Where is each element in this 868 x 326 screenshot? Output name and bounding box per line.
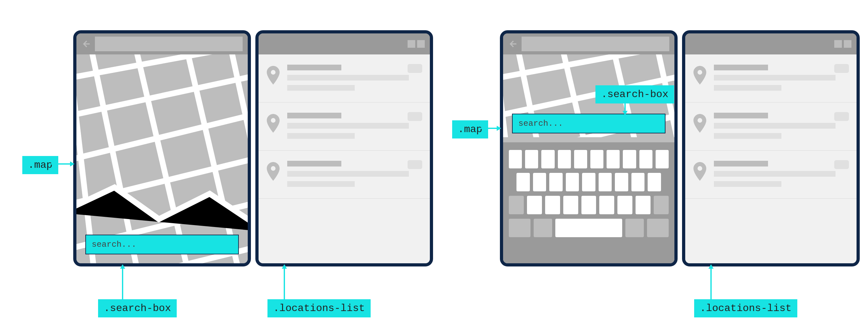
map-pin-icon [693, 162, 707, 181]
list-item-text [714, 64, 849, 91]
search-box-placeholder: search... [92, 240, 136, 249]
list-item[interactable] [685, 151, 857, 199]
locations-list-device [682, 30, 860, 266]
list-item-badge [834, 64, 849, 73]
callout-arrow-up-icon [703, 264, 719, 304]
callout-arrow-up-icon [115, 264, 130, 304]
list-item-badge [834, 112, 849, 121]
status-bar [685, 33, 857, 55]
callout-arrow-up-icon [276, 264, 292, 304]
callout-arrow-right-icon [50, 156, 76, 173]
callout-arrow-right-icon [480, 120, 502, 138]
svg-line-6 [89, 55, 140, 263]
list-item-badge [408, 64, 422, 73]
callout-arrow-down-icon [617, 101, 633, 118]
list-item-text [287, 112, 422, 139]
map-pin-icon [693, 66, 707, 85]
on-screen-keyboard[interactable] [503, 142, 674, 263]
list-item-text [287, 160, 422, 187]
diagram-pair-left: search... [73, 30, 433, 266]
map-device: search... [500, 30, 678, 266]
list-item-badge [408, 112, 422, 121]
svg-line-9 [76, 55, 95, 263]
map-pin-icon [266, 162, 280, 181]
back-arrow-icon[interactable] [508, 39, 517, 48]
map-pin-icon [693, 114, 707, 133]
list-item-text [714, 112, 849, 139]
diagram-pair-right: search... [500, 30, 860, 266]
svg-line-14 [503, 55, 674, 80]
search-box[interactable]: search... [85, 235, 239, 254]
back-arrow-icon[interactable] [82, 39, 90, 48]
list-item-text [714, 160, 849, 187]
list-item-text [287, 64, 422, 91]
window-controls-icon [408, 40, 425, 48]
list-item[interactable] [685, 55, 857, 102]
toolbar-search-field[interactable] [95, 37, 243, 51]
window-controls-icon [834, 40, 851, 48]
svg-line-0 [76, 55, 248, 79]
locations-list[interactable] [258, 55, 430, 263]
callout-search-box: .search-box [595, 85, 674, 103]
map-device: search... [73, 30, 251, 266]
list-item-badge [408, 160, 422, 169]
list-item[interactable] [258, 55, 430, 102]
map-pin-icon [266, 66, 280, 85]
status-bar [503, 33, 674, 55]
status-bar [258, 33, 430, 55]
callout-search-box: .search-box [98, 299, 177, 317]
status-bar [76, 33, 248, 55]
toolbar-search-field[interactable] [522, 37, 669, 51]
locations-list[interactable] [685, 55, 857, 263]
list-item[interactable] [258, 151, 430, 199]
list-item[interactable] [258, 102, 430, 151]
search-box[interactable]: search... [512, 113, 665, 133]
locations-list-device [255, 30, 433, 266]
list-item[interactable] [685, 102, 857, 151]
map-area[interactable]: search... [76, 55, 248, 263]
map-pin-icon [266, 114, 280, 133]
list-item-badge [834, 160, 849, 169]
search-box-placeholder: search... [518, 119, 563, 128]
